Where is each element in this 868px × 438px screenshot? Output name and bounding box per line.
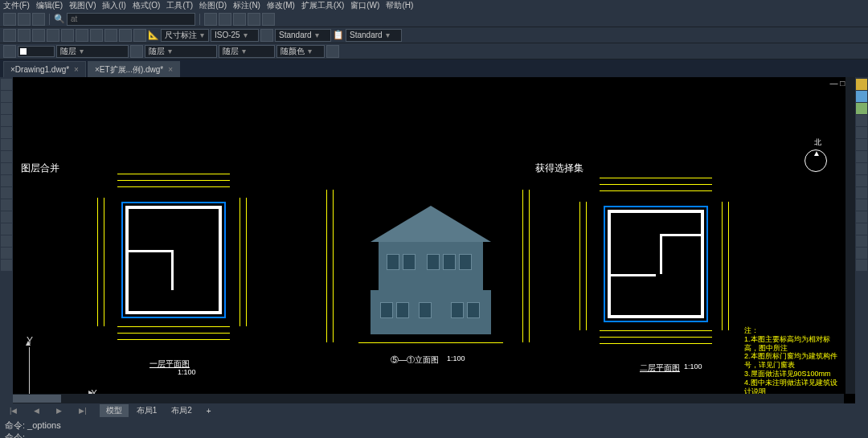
plotstyle-dropdown[interactable]: 随颜色 [276,45,325,58]
main-area: — □ × 图层合并 获得选择集 一层平面图 1:100 [0,77,868,403]
layer-dropdown[interactable]: 随层 [56,45,129,58]
tool-icon5[interactable] [1,260,12,271]
modify-stretch-icon[interactable] [856,235,867,247]
menu-window[interactable]: 窗口(W) [350,0,379,11]
modify-move-icon[interactable] [856,79,867,90]
scrollbar-horizontal[interactable] [13,394,844,403]
close-icon[interactable]: × [168,65,173,74]
point-icon[interactable] [1,175,12,186]
tool-icon[interactable] [1,211,12,223]
menu-tools[interactable]: 工具(T) [166,0,193,11]
tool-icon3[interactable] [1,235,12,247]
undo-icon[interactable] [248,13,260,26]
modify-copy-icon[interactable] [856,91,867,102]
lineweight-dropdown[interactable]: 随层 [219,45,275,58]
circle-icon[interactable] [1,103,12,114]
tab-last-icon[interactable]: ▶| [72,406,92,415]
search-input[interactable] [67,13,195,26]
tool-icon2[interactable] [1,223,12,235]
text-icon[interactable] [1,187,12,199]
table-icon: 📋 [333,30,344,40]
copy-icon[interactable] [219,13,231,26]
prop-icon[interactable] [130,45,143,58]
menu-file[interactable]: 文件(F) [3,0,30,11]
rect-icon[interactable] [1,127,12,138]
linetype-dropdown[interactable]: 随层 [145,45,217,58]
new-icon[interactable] [3,13,16,26]
prop-icon2[interactable] [326,45,339,58]
tool-icon4[interactable] [1,248,12,259]
dimstyle-icon: 📐 [148,30,159,40]
open-icon[interactable] [18,13,31,26]
modify-mirror-icon[interactable] [856,127,867,138]
layout-tab-2[interactable]: 布局2 [165,404,199,417]
modify-chamfer-icon[interactable] [856,199,867,211]
elevation-title: ⑤—①立面图 [391,354,439,366]
tab-et-extend[interactable]: × ET扩展...例).dwg* × [88,61,180,77]
menu-extend[interactable]: 扩展工具(X) [301,0,344,11]
menu-edit[interactable]: 编辑(E) [36,0,63,11]
tab-drawing1[interactable]: × Drawing1.dwg* × [3,61,86,77]
modify-break-icon[interactable] [856,248,867,259]
iso-dropdown[interactable]: ISO-25 [211,29,259,42]
modify-explode-icon[interactable] [856,211,867,223]
menu-dim[interactable]: 标注(N) [233,0,260,11]
drawing-canvas[interactable]: — □ × 图层合并 获得选择集 一层平面图 1:100 [13,77,855,403]
layout-tab-1[interactable]: 布局1 [130,404,164,417]
redo-icon[interactable] [262,13,275,26]
dim-icon[interactable] [3,29,16,42]
menu-draw[interactable]: 绘图(D) [199,0,227,11]
tablestyle-dropdown[interactable]: Standard [346,29,402,42]
modify-rotate-icon[interactable] [856,103,867,114]
menu-format[interactable]: 格式(O) [133,0,160,11]
hatch-icon[interactable] [1,163,12,174]
tab-first-icon[interactable]: |◀ [3,406,23,415]
tab-next-icon[interactable]: ▶ [50,406,68,415]
layout-tab-model[interactable]: 模型 [100,404,129,417]
line-icon[interactable] [1,79,12,90]
modify-trim-icon[interactable] [856,163,867,174]
cut-icon[interactable] [204,13,217,26]
dim-icon8[interactable] [104,29,117,42]
layer-mgr-icon[interactable] [3,45,16,58]
arc-icon[interactable] [1,115,12,126]
dim-icon4[interactable] [47,29,59,42]
menubar[interactable]: 文件(F) 编辑(E) 视图(V) 插入(I) 格式(O) 工具(T) 绘图(D… [0,0,868,11]
modify-extend-icon[interactable] [856,175,867,186]
dim-icon10[interactable] [133,29,146,42]
layer-state-icon[interactable] [18,46,55,57]
block-icon[interactable] [1,199,12,211]
polyline-icon[interactable] [1,91,12,102]
scrollbar-vertical[interactable] [845,77,855,394]
ellipse-icon[interactable] [1,139,12,150]
paste-icon[interactable] [233,13,246,26]
modify-array-icon[interactable] [856,151,867,162]
save-icon[interactable] [32,13,45,26]
dim-icon2[interactable] [18,29,31,42]
dim-icon6[interactable] [76,29,88,42]
dim-icon9[interactable] [119,29,132,42]
text-icon[interactable] [260,29,273,42]
close-icon[interactable]: × [74,65,79,74]
menu-modify[interactable]: 修改(M) [267,0,295,11]
dim-icon7[interactable] [90,29,103,42]
right-toolbar [855,77,868,403]
menu-view[interactable]: 视图(V) [69,0,96,11]
elevation-view [326,182,535,375]
modify-erase-icon[interactable] [856,223,867,235]
modify-offset-icon[interactable] [856,139,867,150]
spline-icon[interactable] [1,151,12,162]
modify-fillet-icon[interactable] [856,187,867,199]
menu-help[interactable]: 帮助(H) [386,0,413,11]
modify-scale-icon[interactable] [856,115,867,126]
dimstyle-dropdown[interactable]: 尺寸标注 [161,29,209,42]
layout-tab-add[interactable]: + [200,406,218,416]
search-icon: 🔍 [54,14,65,24]
modify-join-icon[interactable] [856,260,867,271]
dim-icon3[interactable] [32,29,45,42]
menu-insert[interactable]: 插入(I) [102,0,125,11]
elevation-scale: 1:100 [447,354,465,362]
dim-icon5[interactable] [61,29,74,42]
tab-prev-icon[interactable]: ◀ [27,406,46,415]
textstyle-dropdown[interactable]: Standard [275,29,331,42]
